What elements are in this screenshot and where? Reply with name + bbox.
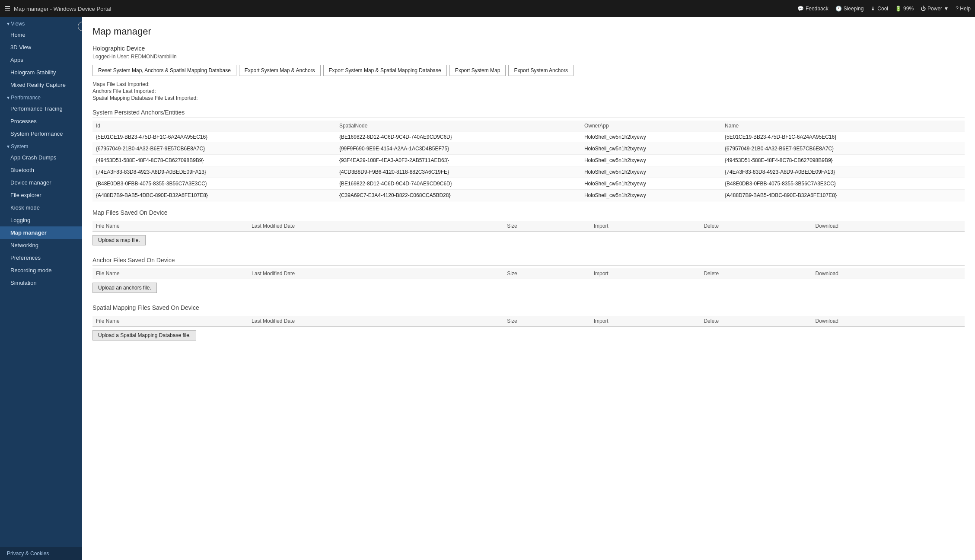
hamburger-icon[interactable]: ☰ — [4, 5, 10, 13]
col-size-spatial: Size — [503, 316, 590, 327]
col-name: Name — [721, 121, 965, 131]
sidebar-item-hologram-stability[interactable]: Hologram Stability — [0, 66, 82, 79]
sidebar-item-networking[interactable]: Networking — [0, 239, 82, 251]
sidebar-item-apps[interactable]: Apps — [0, 54, 82, 66]
table-row: {74EA3F83-83D8-4923-A8D9-A0BEDE09FA13}{4… — [92, 166, 965, 178]
export-map-anchors-button[interactable]: Export System Map & Anchors — [239, 65, 321, 76]
sidebar: ‹ Views Home 3D View Apps Hologram Stabi… — [0, 17, 82, 560]
feedback-icon: 💬 — [797, 6, 804, 12]
sidebar-item-map-manager[interactable]: Map manager — [0, 226, 82, 239]
col-modified: Last Modified Date — [248, 221, 503, 232]
upload-spatial-button[interactable]: Upload a Spatial Mapping Database file. — [92, 330, 196, 340]
sleeping-icon: 🕐 — [835, 6, 842, 12]
power-icon: ⏻ — [921, 6, 926, 12]
col-delete-spatial: Delete — [700, 316, 812, 327]
power-button[interactable]: ⏻ Power ▼ — [921, 6, 949, 12]
sidebar-item-kiosk-mode[interactable]: Kiosk mode — [0, 201, 82, 214]
sidebar-item-performance-tracing[interactable]: Performance Tracing — [0, 102, 82, 115]
thermometer-icon: 🌡 — [870, 6, 876, 12]
col-filename: File Name — [92, 221, 248, 232]
col-download-anchor: Download — [812, 268, 965, 279]
spatial-files-section-title: Spatial Mapping Files Saved On Device — [92, 304, 965, 313]
topbar: ☰ Map manager - Windows Device Portal 💬 … — [0, 0, 975, 17]
col-delete-anchor: Delete — [700, 268, 812, 279]
col-size: Size — [503, 221, 590, 232]
sidebar-item-device-manager[interactable]: Device manager — [0, 176, 82, 189]
col-size-anchor: Size — [503, 268, 590, 279]
col-download: Download — [812, 221, 965, 232]
anchor-files-section-title: Anchor Files Saved On Device — [92, 257, 965, 266]
sleeping-button[interactable]: 🕐 Sleeping — [835, 6, 864, 12]
col-import-anchor: Import — [590, 268, 701, 279]
col-import-spatial: Import — [590, 316, 701, 327]
col-modified-spatial: Last Modified Date — [248, 316, 503, 327]
table-row: {A488D7B9-BAB5-4DBC-890E-B32A6FE107E8}{C… — [92, 190, 965, 201]
feedback-button[interactable]: 💬 Feedback — [797, 6, 828, 12]
sidebar-section-views[interactable]: Views — [0, 17, 82, 29]
reset-system-map-button[interactable]: Reset System Map, Anchors & Spatial Mapp… — [92, 65, 236, 76]
sidebar-item-app-crash-dumps[interactable]: App Crash Dumps — [0, 151, 82, 164]
sidebar-item-logging[interactable]: Logging — [0, 214, 82, 226]
sidebar-item-home[interactable]: Home — [0, 29, 82, 41]
anchors-last-imported: Anchors File Last Imported: — [92, 88, 965, 94]
col-spatial-node: SpatialNode — [336, 121, 581, 131]
upload-map-button[interactable]: Upload a map file. — [92, 235, 146, 245]
export-system-map-button[interactable]: Export System Map — [449, 65, 506, 76]
table-row: {67957049-21B0-4A32-B6E7-9E57CB6E8A7C}{9… — [92, 143, 965, 155]
sidebar-item-preferences[interactable]: Preferences — [0, 251, 82, 264]
col-modified-anchor: Last Modified Date — [248, 268, 503, 279]
col-download-spatial: Download — [812, 316, 965, 327]
table-row: {49453D51-588E-48F4-8C78-CB627098B9B9}{9… — [92, 155, 965, 166]
table-row: {5E01CE19-BB23-475D-BF1C-6A24AA95EC16}{B… — [92, 131, 965, 143]
map-files-section-title: Map Files Saved On Device — [92, 209, 965, 218]
page-title-topbar: Map manager - Windows Device Portal — [14, 6, 797, 12]
table-row: {B48E0DB3-0FBB-4075-8355-3B56C7A3E3CC}{B… — [92, 178, 965, 190]
sidebar-item-processes[interactable]: Processes — [0, 115, 82, 127]
anchors-section-title: System Persisted Anchors/Entities — [92, 109, 965, 118]
col-import: Import — [590, 221, 701, 232]
battery-button[interactable]: 🔋 99% — [895, 6, 914, 12]
export-system-anchors-button[interactable]: Export System Anchors — [508, 65, 574, 76]
spatial-files-table: File Name Last Modified Date Size Import… — [92, 316, 965, 327]
sidebar-item-3dview[interactable]: 3D View — [0, 41, 82, 54]
map-files-table: File Name Last Modified Date Size Import… — [92, 221, 965, 232]
sidebar-section-performance[interactable]: Performance — [0, 91, 82, 102]
logged-in-user: Logged-in User: REDMOND/ambillin — [92, 54, 965, 60]
sidebar-item-system-performance[interactable]: System Performance — [0, 127, 82, 140]
export-map-spatial-button[interactable]: Export System Map & Spatial Mapping Data… — [323, 65, 447, 76]
spatial-last-imported: Spatial Mapping Database File Last Impor… — [92, 95, 965, 101]
main-content: Map manager Holographic Device Logged-in… — [82, 17, 975, 560]
maps-last-imported: Maps File Last Imported: — [92, 81, 965, 87]
col-delete: Delete — [700, 221, 812, 232]
col-filename-spatial: File Name — [92, 316, 248, 327]
temperature-button[interactable]: 🌡 Cool — [870, 6, 888, 12]
col-owner-app: OwnerApp — [581, 121, 721, 131]
device-name: Holographic Device — [92, 45, 965, 52]
action-buttons: Reset System Map, Anchors & Spatial Mapp… — [92, 65, 965, 76]
sidebar-item-mixed-reality[interactable]: Mixed Reality Capture — [0, 79, 82, 91]
sidebar-section-system[interactable]: System — [0, 140, 82, 151]
col-id: Id — [92, 121, 336, 131]
privacy-cookies-link[interactable]: Privacy & Cookies — [0, 547, 82, 560]
toolbar-items: 💬 Feedback 🕐 Sleeping 🌡 Cool 🔋 99% ⏻ Pow… — [797, 6, 971, 12]
col-filename-anchor: File Name — [92, 268, 248, 279]
sidebar-item-file-explorer[interactable]: File explorer — [0, 189, 82, 201]
help-button[interactable]: ? Help — [956, 6, 971, 12]
sidebar-item-recording-mode[interactable]: Recording mode — [0, 264, 82, 277]
sidebar-item-simulation[interactable]: Simulation — [0, 277, 82, 289]
upload-anchors-button[interactable]: Upload an anchors file. — [92, 283, 157, 293]
battery-icon: 🔋 — [895, 6, 902, 12]
anchors-table: Id SpatialNode OwnerApp Name {5E01CE19-B… — [92, 121, 965, 201]
page-heading: Map manager — [92, 26, 965, 37]
anchor-files-table: File Name Last Modified Date Size Import… — [92, 268, 965, 279]
sidebar-item-bluetooth[interactable]: Bluetooth — [0, 164, 82, 176]
